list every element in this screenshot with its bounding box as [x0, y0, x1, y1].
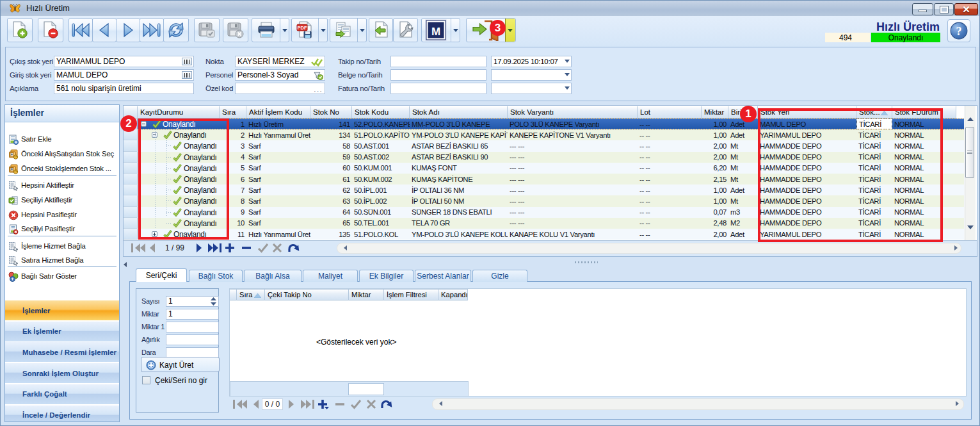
svg-text:?: ?	[956, 25, 962, 38]
svg-text:M: M	[431, 26, 440, 38]
svg-text:PDF: PDF	[298, 25, 307, 31]
